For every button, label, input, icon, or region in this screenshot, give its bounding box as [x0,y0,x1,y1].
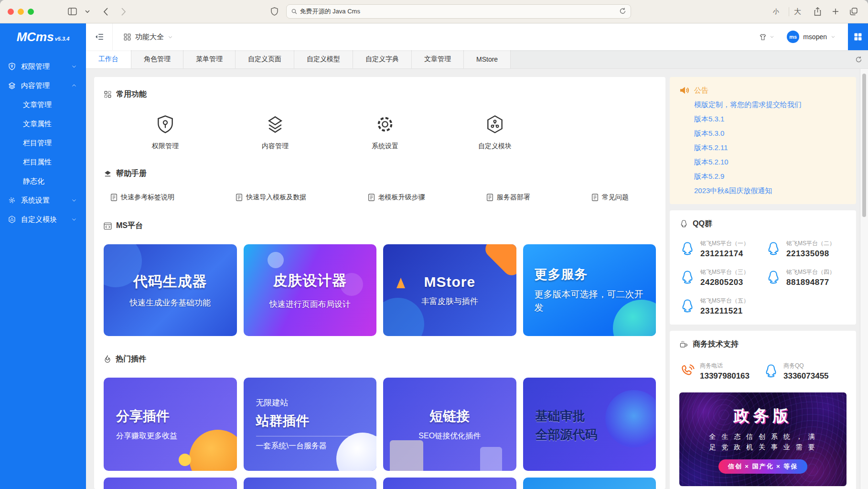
zoom-out-button[interactable]: 小 [768,7,784,16]
apps-grid-icon [853,32,863,42]
sidebar-item-content[interactable]: 内容管理 [0,76,86,95]
collapse-sidebar-icon[interactable] [86,23,113,50]
address-bar[interactable]: 免费开源的 Java Cms [286,4,631,19]
apps-grid-button[interactable] [848,23,868,50]
zoom-in-button[interactable]: 大 [789,7,806,16]
chevron-down-icon[interactable] [84,5,91,18]
help-link-deploy[interactable]: 服务器部署 [486,193,530,202]
banner-basic-audit-plugin[interactable]: 基础审批 全部源代码 [523,378,656,471]
qq-group[interactable]: 铭飞MS平台（二）221335098 [765,239,847,259]
banner-partial[interactable] [523,478,656,489]
quick-system[interactable]: 系统设置 [330,114,440,151]
banner-skin-designer[interactable]: 皮肤设计器 快速进行页面布局设计 [244,244,377,336]
sidebar-item-permissions[interactable]: 权限管理 [0,57,86,76]
banner-share-plugin[interactable]: 分享插件 分享赚取更多收益 [104,378,237,471]
qq-group[interactable]: 铭飞MS平台（三）242805203 [679,268,761,287]
shirt-icon [759,33,767,41]
tab-workbench[interactable]: 工作台 [86,50,131,68]
grid-icon [104,90,112,98]
notice-link[interactable]: 版本5.2.11 [694,143,847,152]
user-menu[interactable]: ms msopen [781,31,841,43]
sidebar-item-system[interactable]: 系统设置 [0,191,86,210]
qq-icon [765,270,782,286]
module-icon [484,114,505,135]
announcement-header: 公告 [679,86,847,95]
banner-site-group-plugin[interactable]: 无限建站 站群插件 一套系统\一台服务器 [244,378,377,471]
app-header: 功能大全 ms msopen [86,23,868,50]
chevron-up-icon [70,83,78,88]
banner-mstore[interactable]: MStore 丰富皮肤与插件 [383,244,516,336]
help-link-import[interactable]: 快速导入模板及数据 [236,193,306,202]
panel-title: QQ群 [693,219,712,229]
scrollbar-thumb[interactable] [862,74,866,217]
support-qq[interactable]: 商务QQ3336073455 [763,362,847,381]
tab-custom-models[interactable]: 自定义模型 [294,50,353,68]
notice-link[interactable]: 2023中秋&国庆放假通知 [694,186,847,196]
tab-custom-dicts[interactable]: 自定义字典 [353,50,412,68]
new-tab-icon[interactable] [829,5,842,18]
banner-short-link-plugin[interactable]: 短链接 SEO链接优化插件 [383,378,516,471]
promo-title: 政务版 [734,405,793,427]
notice-link[interactable]: 模版定制，将您的需求提交给我们 [694,100,847,109]
shield-icon [155,114,176,135]
theme-skin-menu[interactable] [752,33,781,41]
notice-link[interactable]: 版本5.2.10 [694,158,847,167]
banner-partial[interactable] [104,478,237,489]
all-functions-menu[interactable]: 功能大全 [113,33,183,42]
search-icon [291,9,297,14]
sidebar-toggle-icon[interactable] [65,5,79,18]
avatar: ms [787,31,799,43]
forward-button[interactable] [117,5,130,18]
qq-group[interactable]: 铭飞MS平台（一）231212174 [679,239,761,259]
flame-icon [104,355,111,363]
sidebar-subitem-category-attrs[interactable]: 栏目属性 [0,152,86,172]
banner-partial[interactable] [383,478,516,489]
tab-menus[interactable]: 菜单管理 [183,50,236,68]
close-window-button[interactable] [8,9,14,15]
sidebar-subitem-articles[interactable]: 文章管理 [0,95,86,114]
refresh-tab-icon[interactable] [849,50,868,68]
app-logo[interactable]: MCms v5.3.4 [0,23,86,50]
privacy-shield-icon[interactable] [268,5,281,18]
quick-permissions[interactable]: 权限管理 [110,114,220,151]
zoom-window-button[interactable] [28,9,34,15]
common-functions-header: 常用功能 [104,89,656,99]
promo-line: 足 党 政 机 关 事 业 需 要 [709,443,816,452]
tab-overview-icon[interactable] [847,5,860,18]
tab-articles[interactable]: 文章管理 [412,50,464,68]
qq-icon [763,363,779,380]
share-icon[interactable] [811,5,824,18]
reload-icon[interactable] [620,8,626,16]
tab-custom-pages[interactable]: 自定义页面 [236,50,294,68]
notice-link[interactable]: 版本5.2.9 [694,172,847,181]
banner-code-generator[interactable]: 代码生成器 快速生成业务基础功能 [104,244,237,336]
tab-roles[interactable]: 角色管理 [131,50,183,68]
sidebar-subitem-static[interactable]: 静态化 [0,172,86,191]
banner-partial[interactable] [244,478,377,489]
sidebar-subitem-categories[interactable]: 栏目管理 [0,133,86,152]
scrollbar[interactable] [860,69,868,489]
document-icon [591,194,599,201]
promo-line: 全 生 态 信 创 系 统 ， 满 [709,433,816,441]
help-link-tags[interactable]: 快速参考标签说明 [110,193,174,202]
shield-icon [8,62,16,71]
qq-group[interactable]: 铭飞MS平台（四）881894877 [765,268,847,287]
section-title: 热门插件 [116,354,146,364]
sidebar-subitem-article-attrs[interactable]: 文章属性 [0,114,86,133]
banner-more-services[interactable]: 更多服务 更多版本可选择，可二次开发 [523,244,656,336]
minimize-window-button[interactable] [18,9,24,15]
gov-edition-banner[interactable]: 政务版 全 生 态 信 创 系 统 ， 满 足 党 政 机 关 事 业 需 要 … [679,392,847,486]
support-phone[interactable]: 商务电话13397980163 [679,362,763,381]
sidebar-item-custom-module[interactable]: 自定义模块 [0,210,86,229]
sidebar-subitem-label: 静态化 [23,177,44,186]
back-button[interactable] [99,5,112,18]
tab-mstore[interactable]: MStore [464,50,511,68]
help-link-faq[interactable]: 常见问题 [591,193,629,202]
notice-link[interactable]: 版本5.3.0 [694,129,847,138]
sidebar-item-label: 自定义模块 [21,215,57,224]
quick-custom-module[interactable]: 自定义模块 [440,114,550,151]
help-link-upgrade[interactable]: 老模板升级步骤 [368,193,425,202]
quick-content[interactable]: 内容管理 [220,114,330,151]
qq-group[interactable]: 铭飞MS平台（五）231211521 [679,297,761,316]
notice-link[interactable]: 版本5.3.1 [694,115,847,124]
